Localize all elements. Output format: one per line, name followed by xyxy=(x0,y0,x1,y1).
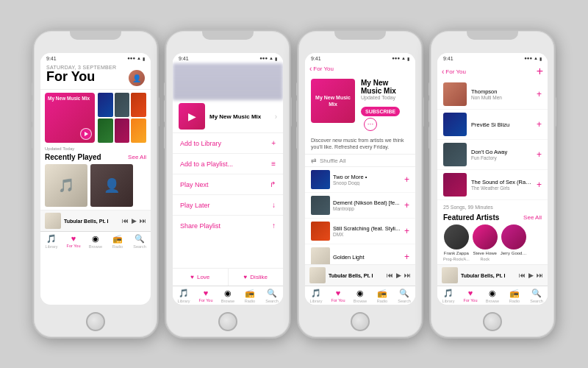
phone4-artist-2[interactable]: Jerry Goodm... xyxy=(501,224,527,261)
phone4-song-2[interactable]: Don't Go Away Fun Factory + xyxy=(437,140,548,170)
phone4-artist-0-photo xyxy=(444,224,469,250)
phone2-love-label: Love xyxy=(197,274,209,280)
phone4-song-0-add[interactable]: + xyxy=(537,89,542,99)
phone3-track-0-add[interactable]: + xyxy=(404,174,409,185)
phone3-back-arrow-icon[interactable]: ‹ xyxy=(309,65,312,73)
phone1-avatar[interactable]: 👤 xyxy=(129,70,145,86)
phone1-tab-radio[interactable]: 📻 Radio xyxy=(107,234,129,249)
phone3-track-3-add[interactable]: + xyxy=(404,252,409,262)
phone3-shuffle-row[interactable]: ⇄ Shuffle All xyxy=(305,154,415,167)
phone2-tab-library[interactable]: 🎵 Library xyxy=(173,289,195,303)
phone2-tab-browse[interactable]: ◉ Browse xyxy=(217,289,239,303)
phone4-wifi: ▲ xyxy=(534,56,538,60)
phone3-wifi: ▲ xyxy=(401,56,406,60)
phone2-tab-radio[interactable]: 📻 Radio xyxy=(239,289,261,303)
phone1-tab-browse[interactable]: ◉ Browse xyxy=(85,234,107,249)
phone3-back-header: ‹ For You xyxy=(305,63,415,74)
phone1-grid-card-6[interactable] xyxy=(131,118,146,143)
phone2-dislike-btn[interactable]: ♥ Dislike xyxy=(229,269,284,286)
phone3-track-0[interactable]: Two or More • Snoop Dogg + xyxy=(305,167,415,193)
phone2-menu-item-4[interactable]: Share Playlist ↑ xyxy=(173,216,283,236)
phone1-tab-search[interactable]: 🔍 Search xyxy=(129,234,151,249)
phone4-song-1-add[interactable]: + xyxy=(537,119,542,130)
phone3-track-list: Two or More • Snoop Dogg + Dement (Nikso… xyxy=(305,167,415,264)
phone4-song-2-add[interactable]: + xyxy=(537,149,542,160)
phone1-see-all[interactable]: See All xyxy=(128,154,146,160)
phone4-tab-library-label: Library xyxy=(442,299,455,303)
phone4-np-info: Tubular Bells, Pt. I xyxy=(461,273,516,278)
phone4-home-btn[interactable] xyxy=(483,312,502,331)
phone1-tab-foryou[interactable]: ♥ For You xyxy=(62,234,85,249)
phone2-menu-item-1[interactable]: Add to a Playlist... ≡ xyxy=(173,154,283,174)
phone3-tab-library[interactable]: 🎵 Library xyxy=(305,289,327,303)
phone4-song-1[interactable]: Previšе Si Blizu + xyxy=(437,110,548,140)
phone2-love-btn[interactable]: ♥ Love xyxy=(173,269,229,286)
phone1-album-2[interactable]: 👤 xyxy=(90,164,133,207)
phone2-menu-item-2[interactable]: Play Next ↱ xyxy=(173,174,283,195)
phone4-song-0[interactable]: Thompson Non Multi Men + xyxy=(437,79,548,110)
phone3-track-2-add[interactable]: + xyxy=(404,226,409,236)
phone4-artist-0[interactable]: Frank Zappa Prog-Rock/A... xyxy=(443,224,470,261)
phone3-track-3[interactable]: Golden Light + xyxy=(305,244,415,264)
phone3-tab-library-label: Library xyxy=(310,299,323,303)
phone3-tab-search[interactable]: 🔍 Search xyxy=(393,289,415,303)
phone4-np-next[interactable]: ⏭ xyxy=(537,272,543,279)
phone4-song-3-add[interactable]: + xyxy=(537,180,542,190)
phone1-main-card[interactable]: My New Music Mix xyxy=(45,93,95,143)
phone1-grid-card-2[interactable] xyxy=(115,93,130,117)
phone4-artist-1[interactable]: Steve Howe Rock xyxy=(473,224,498,261)
phone1-np-next[interactable]: ⏭ xyxy=(140,217,146,224)
phone2-tab-search[interactable]: 🔍 Search xyxy=(261,289,283,303)
phone4-add-btn[interactable]: + xyxy=(537,65,543,78)
phone3-np-play[interactable]: ▶ xyxy=(396,272,401,279)
phone4-np-prev[interactable]: ⏮ xyxy=(519,272,526,279)
phone1-np-prev[interactable]: ⏮ xyxy=(122,217,129,224)
phone3-tab-radio[interactable]: 📻 Radio xyxy=(371,289,393,303)
phone2-tab-foryou[interactable]: ♥ For You xyxy=(195,289,217,303)
phone4-back-label[interactable]: For You xyxy=(445,68,466,75)
phone3-tab-browse[interactable]: ◉ Browse xyxy=(349,289,371,303)
phone2-menu-card[interactable]: ▶ My New Music Mix › xyxy=(173,100,283,133)
phone3-track-2-artist: DMX xyxy=(333,232,401,237)
phone1-grid-card-3[interactable] xyxy=(131,93,146,117)
phone4-tab-library[interactable]: 🎵 Library xyxy=(437,289,459,303)
phone4-featured-see-all[interactable]: See All xyxy=(523,214,542,221)
phone3-home-btn[interactable] xyxy=(351,312,370,331)
phone1-grid-card-5[interactable] xyxy=(115,118,130,143)
phone1-album-1[interactable]: 🎵 xyxy=(45,164,87,207)
phone3-vol-up-btn xyxy=(296,100,298,122)
phone1-play-btn[interactable] xyxy=(80,128,92,140)
phone2-menu-item-0[interactable]: Add to Library + xyxy=(173,133,283,154)
phone3-track-1-add[interactable]: + xyxy=(404,200,409,210)
phone3-info: My New Music Mix Updated Today SUBSCRIBE… xyxy=(361,79,409,131)
phone3-tab-foryou[interactable]: ♥ For You xyxy=(327,289,349,303)
phone1-home-btn[interactable] xyxy=(86,312,105,331)
phone3-more-btn[interactable]: ··· xyxy=(364,118,377,131)
phone3-tab-browse-label: Browse xyxy=(354,299,367,303)
phone4-tab-foryou[interactable]: ♥ For You xyxy=(459,289,481,303)
phone1-grid-card-1[interactable] xyxy=(98,93,113,117)
phone4-np-play[interactable]: ▶ xyxy=(528,272,534,279)
phone4-now-playing[interactable]: Tubular Bells, Pt. I ⏮ ▶ ⏭ xyxy=(437,264,548,286)
phone4-song-3[interactable]: The Sound of Sex (Radio Ed... The Weathe… xyxy=(437,170,548,200)
phone3-subscribe-btn[interactable]: SUBSCRIBE xyxy=(361,107,400,116)
phone4-back-arrow-icon[interactable]: ‹ xyxy=(442,68,444,76)
phone4-tab-radio[interactable]: 📻 Radio xyxy=(503,289,526,303)
phone1-now-playing[interactable]: Tubular Bells, Pt. I ⏮ ▶ ⏭ xyxy=(40,210,151,231)
phone4-tab-browse[interactable]: ◉ Browse xyxy=(481,289,503,303)
phone2-menu-item-0-label: Add to Library xyxy=(180,140,221,147)
phone4-tab-search[interactable]: 🔍 Search xyxy=(526,289,548,303)
phone3-back-label[interactable]: For You xyxy=(313,66,334,72)
phone1-cards-grid xyxy=(98,93,146,143)
phone3-now-playing[interactable]: Tubular Bells, Pt. I ⏮ ▶ ⏭ xyxy=(305,264,415,286)
phone3-np-prev[interactable]: ⏮ xyxy=(387,272,393,279)
phone1-np-play[interactable]: ▶ xyxy=(132,217,137,224)
phone1-tab-library[interactable]: 🎵 Library xyxy=(40,234,62,249)
phone3-track-2[interactable]: Still Scratching (feat. Styli... DMX + xyxy=(305,219,415,244)
phone3-track-1[interactable]: Dement (Nikson Beat) [fe... Mantroipp + xyxy=(305,193,415,219)
phone1-grid-card-4[interactable] xyxy=(98,118,113,143)
phone1-signal: ●●● xyxy=(127,56,135,60)
phone2-home-btn[interactable] xyxy=(218,312,237,331)
phone3-np-next[interactable]: ⏭ xyxy=(404,272,411,279)
phone2-menu-item-3[interactable]: Play Later ↓ xyxy=(173,195,283,216)
